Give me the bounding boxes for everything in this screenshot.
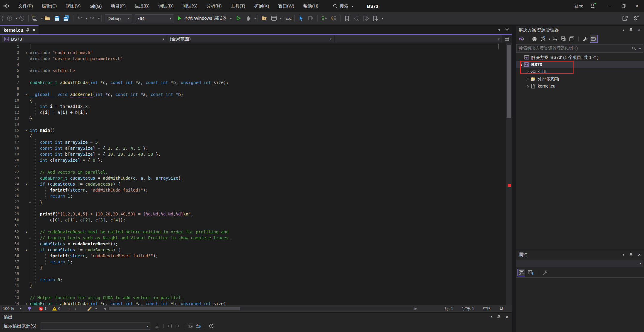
code-line-6[interactable]: 6 xyxy=(0,74,500,79)
chevron-down-icon[interactable]: ▾ xyxy=(639,47,641,50)
next-issue-icon[interactable]: ↓ xyxy=(74,306,76,311)
code-line-17[interactable]: 17 const int arraySize = 5; xyxy=(0,139,500,145)
fold-collapse-icon[interactable]: ∨ xyxy=(23,91,30,97)
code-health-icon[interactable] xyxy=(27,306,32,311)
code-line-4[interactable]: 4 xyxy=(0,62,500,68)
window-position-icon[interactable]: ▾ xyxy=(623,253,624,256)
window-position-icon[interactable]: ▾ xyxy=(491,315,492,319)
pin-icon[interactable] xyxy=(629,253,633,257)
code-line-12[interactable]: 12 c[i] = a[i] + b[i]; xyxy=(0,109,500,115)
toolbar-options-icon[interactable]: ▾ xyxy=(382,17,383,20)
menu-item-10[interactable]: 扩展(X) xyxy=(250,0,274,12)
scroll-right-icon[interactable]: ▶ xyxy=(415,307,417,310)
toolbar-grip[interactable] xyxy=(2,16,3,21)
collapsed-arrow-icon[interactable] xyxy=(525,85,530,88)
new-project-icon[interactable] xyxy=(30,14,40,23)
code-line-22[interactable]: 22 // Add vectors in parallel. xyxy=(0,169,500,175)
output-source-combo[interactable]: ▾ xyxy=(41,322,150,330)
code-line-5[interactable]: 5#include <stdio.h> xyxy=(0,68,500,74)
search-box[interactable]: 搜索 ▾ xyxy=(333,3,353,9)
code-line-34[interactable]: 34 cudaStatus = cudaDeviceReset(); xyxy=(0,241,500,247)
member-dropdown[interactable]: ▾ xyxy=(335,35,502,42)
toggle-timestamp-icon[interactable] xyxy=(209,324,214,328)
undo-icon[interactable] xyxy=(75,14,85,23)
properties-pages-icon[interactable] xyxy=(568,35,575,42)
chevron-down-icon[interactable]: ▾ xyxy=(549,37,550,41)
clear-all-icon[interactable] xyxy=(188,324,193,328)
minimize-button[interactable]: ─ xyxy=(603,0,617,12)
code-line-3[interactable]: 3#include "device_launch_parameters.h" xyxy=(0,56,500,62)
tree-item-0[interactable]: 解决方案 'BS73' (1 个项目, 共 1 个) xyxy=(516,54,644,61)
configuration-combo[interactable]: Debug▾ xyxy=(105,14,132,22)
code-line-42[interactable]: 42 xyxy=(0,289,500,295)
tree-item-kernel-cu[interactable]: kernel.cu xyxy=(516,82,644,90)
goto-next-message-icon[interactable] xyxy=(175,324,180,328)
code-line-1[interactable]: 1 xyxy=(0,44,500,50)
code-line-27[interactable]: 27 } xyxy=(0,199,500,205)
menu-item-4[interactable]: 项目(P) xyxy=(106,0,130,12)
chevron-down-icon[interactable]: ▾ xyxy=(254,17,256,20)
close-icon[interactable]: ✕ xyxy=(638,253,641,257)
column-indicator[interactable]: 字符: 1 xyxy=(462,306,474,311)
whole-word-icon[interactable]: abc xyxy=(281,14,292,23)
send-feedback-icon[interactable] xyxy=(633,16,639,21)
chevron-down-icon[interactable]: ▾ xyxy=(98,17,100,20)
switch-views-icon[interactable] xyxy=(517,35,525,42)
split-window-icon[interactable] xyxy=(505,37,509,41)
pin-icon[interactable] xyxy=(629,28,633,32)
code-line-28[interactable]: 28 xyxy=(0,205,500,211)
scrollbar-thumb[interactable] xyxy=(507,45,511,118)
code-line-19[interactable]: 19 const int b[arraySize] = { 10, 20, 30… xyxy=(0,151,500,157)
menu-item-0[interactable]: 文件(F) xyxy=(14,0,37,12)
code-line-37[interactable]: 37 return 1; xyxy=(0,259,500,265)
properties-object-combo[interactable]: ▾ xyxy=(516,260,643,267)
menu-item-11[interactable]: 窗口(W) xyxy=(274,0,299,12)
close-tab-icon[interactable]: ✕ xyxy=(32,28,36,32)
zoom-combo[interactable]: 100 %▾ xyxy=(1,306,23,311)
menu-item-1[interactable]: 编辑(E) xyxy=(37,0,61,12)
code-line-16[interactable]: 16{ xyxy=(0,133,500,139)
tree-item-2[interactable]: 引用 xyxy=(516,68,644,75)
clear-bookmarks-icon[interactable] xyxy=(371,14,380,23)
pin-icon[interactable] xyxy=(497,315,500,319)
rollback-lines-icon[interactable] xyxy=(329,14,338,23)
fold-collapse-icon[interactable]: ∨ xyxy=(23,127,30,133)
property-pages-wrench-icon[interactable] xyxy=(542,269,549,276)
document-list-icon[interactable]: ▼ xyxy=(498,28,501,32)
code-line-15[interactable]: 15∨int main() xyxy=(0,127,500,133)
code-line-21[interactable]: 21 xyxy=(0,163,500,169)
pin-icon[interactable] xyxy=(26,28,30,32)
fold-collapse-icon[interactable]: ∨ xyxy=(23,301,30,305)
code-line-13[interactable]: 13} xyxy=(0,115,500,121)
space-indicator[interactable]: 空格 xyxy=(483,306,491,311)
error-indicator[interactable]: 1 xyxy=(38,306,47,311)
code-line-20[interactable]: 20 int c[arraySize] = { 0 }; xyxy=(0,157,500,163)
open-file-icon[interactable] xyxy=(43,14,52,23)
goto-message-icon[interactable] xyxy=(155,324,160,328)
navigate-forward-icon[interactable] xyxy=(17,14,27,23)
tree-item-3[interactable]: 外部依赖项 xyxy=(516,75,644,82)
code-line-18[interactable]: 18 const int a[arraySize] = { 1, 2, 3, 4… xyxy=(0,145,500,151)
attach-icon[interactable] xyxy=(306,14,315,23)
tree-item-1[interactable]: BS73 xyxy=(516,61,644,68)
sign-in-link[interactable]: 登录 xyxy=(574,3,583,9)
preview-selected-items-icon[interactable] xyxy=(590,35,598,43)
close-icon[interactable]: ✕ xyxy=(638,28,641,32)
find-in-files-icon[interactable] xyxy=(260,14,269,23)
code-line-29[interactable]: 29 printf("{1,2,3,4,5} + {10,20,30,40,50… xyxy=(0,211,500,217)
code-line-31[interactable]: 31 xyxy=(0,223,500,229)
solution-explorer-search[interactable]: 搜索解决方案资源管理器(Ctrl+;) ▾ xyxy=(516,44,643,53)
wrench-icon[interactable] xyxy=(582,35,589,42)
code-line-35[interactable]: 35∨ if (cudaStatus != cudaSuccess) { xyxy=(0,247,500,253)
code-line-39[interactable]: 39 xyxy=(0,271,500,277)
expanded-arrow-icon[interactable] xyxy=(519,63,523,66)
window-position-icon[interactable]: ▾ xyxy=(623,28,624,32)
bookmark-icon[interactable] xyxy=(342,14,352,23)
format-lines-icon[interactable] xyxy=(319,14,329,23)
collapse-all-icon[interactable] xyxy=(560,35,567,42)
code-line-41[interactable]: 41} xyxy=(0,283,500,289)
code-line-40[interactable]: 40 return 0; xyxy=(0,277,500,283)
code-line-8[interactable]: 8 xyxy=(0,85,500,91)
menu-item-7[interactable]: 测试(S) xyxy=(178,0,202,12)
menu-item-9[interactable]: 工具(T) xyxy=(226,0,250,12)
